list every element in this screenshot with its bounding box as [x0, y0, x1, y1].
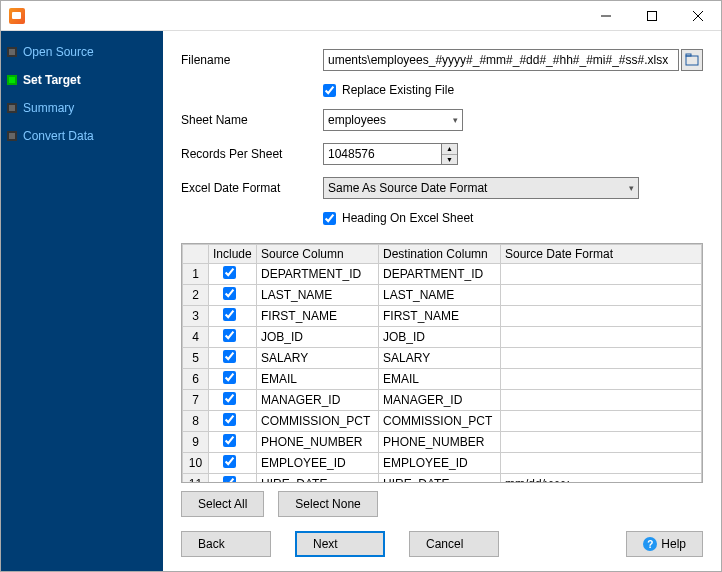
include-cell[interactable] — [209, 264, 257, 285]
date-format-cell[interactable] — [501, 285, 702, 306]
include-checkbox[interactable] — [223, 371, 236, 384]
source-column-cell[interactable]: FIRST_NAME — [257, 306, 379, 327]
include-cell[interactable] — [209, 453, 257, 474]
back-button[interactable]: Back — [181, 531, 271, 557]
include-cell[interactable] — [209, 474, 257, 484]
table-row[interactable]: 10EMPLOYEE_IDEMPLOYEE_ID — [183, 453, 702, 474]
dest-column-cell[interactable]: COMMISSION_PCT — [379, 411, 501, 432]
include-checkbox[interactable] — [223, 350, 236, 363]
minimize-button[interactable] — [583, 1, 629, 31]
date-format-cell[interactable] — [501, 390, 702, 411]
step-open-source[interactable]: Open Source — [7, 45, 157, 59]
cancel-button[interactable]: Cancel — [409, 531, 499, 557]
include-checkbox[interactable] — [223, 476, 236, 483]
source-column-cell[interactable]: HIRE_DATE — [257, 474, 379, 484]
include-cell[interactable] — [209, 306, 257, 327]
date-format-cell[interactable] — [501, 432, 702, 453]
table-row[interactable]: 9PHONE_NUMBERPHONE_NUMBER — [183, 432, 702, 453]
dest-column-cell[interactable]: DEPARTMENT_ID — [379, 264, 501, 285]
source-column-cell[interactable]: JOB_ID — [257, 327, 379, 348]
include-cell[interactable] — [209, 369, 257, 390]
row-header-corner — [183, 245, 209, 264]
maximize-button[interactable] — [629, 1, 675, 31]
date-format-cell[interactable]: mm/dd/yyyy — [501, 474, 702, 484]
dest-column-cell[interactable]: FIRST_NAME — [379, 306, 501, 327]
table-row[interactable]: 6EMAILEMAIL — [183, 369, 702, 390]
step-label: Summary — [23, 101, 74, 115]
include-checkbox[interactable] — [223, 434, 236, 447]
row-number: 5 — [183, 348, 209, 369]
select-none-button[interactable]: Select None — [278, 491, 377, 517]
col-header-include[interactable]: Include — [209, 245, 257, 264]
help-button[interactable]: ? Help — [626, 531, 703, 557]
date-format-cell[interactable] — [501, 411, 702, 432]
source-column-cell[interactable]: DEPARTMENT_ID — [257, 264, 379, 285]
date-format-cell[interactable] — [501, 306, 702, 327]
include-checkbox[interactable] — [223, 287, 236, 300]
dest-column-cell[interactable]: EMPLOYEE_ID — [379, 453, 501, 474]
include-cell[interactable] — [209, 327, 257, 348]
dateformat-combo[interactable]: Same As Source Date Format ▾ — [323, 177, 639, 199]
dest-column-cell[interactable]: JOB_ID — [379, 327, 501, 348]
table-row[interactable]: 4JOB_IDJOB_ID — [183, 327, 702, 348]
include-cell[interactable] — [209, 390, 257, 411]
table-row[interactable]: 11HIRE_DATEHIRE_DATEmm/dd/yyyy — [183, 474, 702, 484]
include-checkbox[interactable] — [223, 392, 236, 405]
date-format-cell[interactable] — [501, 348, 702, 369]
replace-file-checkbox[interactable] — [323, 84, 336, 97]
svg-rect-4 — [686, 56, 698, 65]
table-row[interactable]: 8COMMISSION_PCTCOMMISSION_PCT — [183, 411, 702, 432]
dest-column-cell[interactable]: LAST_NAME — [379, 285, 501, 306]
table-row[interactable]: 7MANAGER_IDMANAGER_ID — [183, 390, 702, 411]
row-number: 9 — [183, 432, 209, 453]
browse-button[interactable] — [681, 49, 703, 71]
include-checkbox[interactable] — [223, 329, 236, 342]
source-column-cell[interactable]: COMMISSION_PCT — [257, 411, 379, 432]
columns-table[interactable]: Include Source Column Destination Column… — [181, 243, 703, 483]
date-format-cell[interactable] — [501, 264, 702, 285]
step-summary[interactable]: Summary — [7, 101, 157, 115]
dest-column-cell[interactable]: SALARY — [379, 348, 501, 369]
source-column-cell[interactable]: PHONE_NUMBER — [257, 432, 379, 453]
include-checkbox[interactable] — [223, 413, 236, 426]
include-cell[interactable] — [209, 432, 257, 453]
source-column-cell[interactable]: SALARY — [257, 348, 379, 369]
records-spinner[interactable]: ▲ ▼ — [323, 143, 458, 165]
col-header-fmt[interactable]: Source Date Format — [501, 245, 702, 264]
step-convert-data[interactable]: Convert Data — [7, 129, 157, 143]
date-format-cell[interactable] — [501, 327, 702, 348]
col-header-source[interactable]: Source Column — [257, 245, 379, 264]
dest-column-cell[interactable]: MANAGER_ID — [379, 390, 501, 411]
include-checkbox[interactable] — [223, 455, 236, 468]
table-row[interactable]: 2LAST_NAMELAST_NAME — [183, 285, 702, 306]
filename-input[interactable] — [323, 49, 679, 71]
source-column-cell[interactable]: EMAIL — [257, 369, 379, 390]
step-set-target[interactable]: Set Target — [7, 73, 157, 87]
source-column-cell[interactable]: MANAGER_ID — [257, 390, 379, 411]
col-header-dest[interactable]: Destination Column — [379, 245, 501, 264]
table-row[interactable]: 3FIRST_NAMEFIRST_NAME — [183, 306, 702, 327]
spinner-down-button[interactable]: ▼ — [442, 155, 457, 165]
spinner-up-button[interactable]: ▲ — [442, 144, 457, 155]
heading-checkbox[interactable] — [323, 212, 336, 225]
filename-label: Filename — [181, 53, 323, 67]
sheetname-combo[interactable]: employees ▾ — [323, 109, 463, 131]
table-row[interactable]: 1DEPARTMENT_IDDEPARTMENT_ID — [183, 264, 702, 285]
dest-column-cell[interactable]: PHONE_NUMBER — [379, 432, 501, 453]
date-format-cell[interactable] — [501, 369, 702, 390]
include-cell[interactable] — [209, 348, 257, 369]
include-checkbox[interactable] — [223, 308, 236, 321]
dest-column-cell[interactable]: EMAIL — [379, 369, 501, 390]
include-cell[interactable] — [209, 411, 257, 432]
include-checkbox[interactable] — [223, 266, 236, 279]
date-format-cell[interactable] — [501, 453, 702, 474]
next-button[interactable]: Next — [295, 531, 385, 557]
close-button[interactable] — [675, 1, 721, 31]
source-column-cell[interactable]: EMPLOYEE_ID — [257, 453, 379, 474]
source-column-cell[interactable]: LAST_NAME — [257, 285, 379, 306]
include-cell[interactable] — [209, 285, 257, 306]
records-input[interactable] — [323, 143, 441, 165]
dest-column-cell[interactable]: HIRE_DATE — [379, 474, 501, 484]
table-row[interactable]: 5SALARYSALARY — [183, 348, 702, 369]
select-all-button[interactable]: Select All — [181, 491, 264, 517]
